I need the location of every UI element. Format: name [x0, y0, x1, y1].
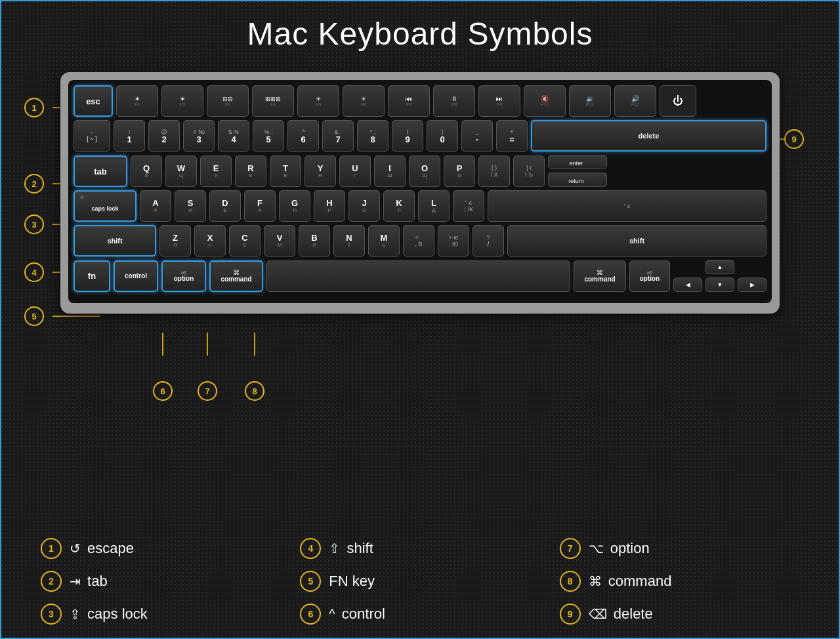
5-key[interactable]: % : 5 [253, 120, 284, 152]
svg-point-23 [245, 382, 264, 400]
f11-key[interactable]: 🔉 F11 [569, 85, 611, 117]
legend-escape-text: ↺ escape [70, 540, 134, 557]
d-key[interactable]: D В [209, 190, 241, 222]
enter-key[interactable]: enter [548, 155, 607, 169]
delete-key[interactable]: delete [531, 120, 766, 152]
f9-key[interactable]: ⏭ F9 [478, 85, 520, 117]
f8-key[interactable]: ⏸ F8 [433, 85, 475, 117]
escape-icon: ↺ [70, 541, 81, 556]
e-key[interactable]: E У [200, 155, 232, 187]
svg-point-19 [154, 382, 172, 400]
f6-key[interactable]: ☀ F6 [343, 85, 385, 117]
control-icon: ^ [329, 607, 335, 621]
command-right-key[interactable]: ⌘ command [574, 260, 626, 292]
option-right-key[interactable]: alt option [629, 260, 670, 292]
2-key[interactable]: @ 2 [148, 120, 180, 152]
x-key[interactable]: X Ч [194, 225, 226, 257]
rbracket-key[interactable]: } ї ї Ъ [513, 155, 545, 187]
svg-point-9 [25, 98, 43, 117]
u-key[interactable]: U Г [339, 155, 371, 187]
legend-fn-text: FN key [329, 573, 375, 590]
8-key[interactable]: * ; 8 [357, 120, 388, 152]
legend-option-text: ⌥ option [589, 540, 650, 557]
legend-command-text: ⌘ command [589, 573, 672, 590]
legend-badge-9: 9 [560, 604, 581, 625]
tab-key[interactable]: tab [74, 155, 127, 187]
lbracket-key[interactable]: { } І Х [478, 155, 510, 187]
l-key[interactable]: L Д [418, 190, 450, 222]
9-key[interactable]: ( 9 [392, 120, 423, 152]
p-key[interactable]: P З [444, 155, 475, 187]
semicolon-key[interactable]: " є ; Ж [453, 190, 484, 222]
minus-key[interactable]: _ - [461, 120, 493, 152]
arrow-down-key[interactable]: ▼ [705, 278, 734, 292]
caps-lock-key[interactable]: caps lock [74, 190, 136, 222]
legend-command: 8 ⌘ command [560, 571, 799, 592]
quote-key[interactable]: ' э [488, 190, 766, 222]
period-key[interactable]: > ю . Ю [438, 225, 469, 257]
j-key[interactable]: J О [348, 190, 380, 222]
command-left-key[interactable]: ⌘ command [209, 260, 263, 292]
tab-icon: ⇥ [70, 574, 81, 588]
i-key[interactable]: I Ш [374, 155, 406, 187]
svg-text:5: 5 [32, 312, 36, 321]
esc-key[interactable]: esc [74, 85, 113, 117]
return-key[interactable]: return [548, 173, 607, 187]
0-key[interactable]: ) 0 [427, 120, 458, 152]
power-key[interactable]: ⏻ [660, 85, 696, 117]
arrow-right-key[interactable]: ▶ [738, 278, 766, 292]
space-key[interactable] [266, 260, 570, 292]
option-left-key[interactable]: alt option [161, 260, 206, 292]
3-key[interactable]: # № 3 [183, 120, 215, 152]
7-key[interactable]: & . 7 [322, 120, 354, 152]
shift-left-key[interactable]: shift [74, 225, 156, 257]
f-key[interactable]: F А [244, 190, 276, 222]
b-key[interactable]: B И [299, 225, 330, 257]
svg-text:6: 6 [160, 386, 165, 396]
legend-badge-5: 5 [300, 571, 321, 592]
arrow-up-key[interactable]: ▲ [705, 260, 734, 274]
legend-option: 7 ⌥ option [560, 538, 799, 559]
shift-right-key[interactable]: shift [507, 225, 766, 257]
f3-key[interactable]: ⊟⊟ F3 [207, 85, 249, 117]
n-key[interactable]: N Т [333, 225, 365, 257]
equals-key[interactable]: + = [496, 120, 528, 152]
t-key[interactable]: T Е [270, 155, 301, 187]
backtick-key[interactable]: ~ [ ~ ] [74, 120, 110, 152]
m-key[interactable]: M Ь [368, 225, 400, 257]
s-key[interactable]: S И [175, 190, 206, 222]
f4-key[interactable]: ⊞⊞⊞ F4 [252, 85, 294, 117]
w-key[interactable]: W Ц [165, 155, 197, 187]
y-key[interactable]: Y Н [304, 155, 336, 187]
4-key[interactable]: $ % 4 [218, 120, 249, 152]
z-key[interactable]: Z Я [159, 225, 191, 257]
fn-key[interactable]: fn [74, 260, 110, 292]
v-key[interactable]: V М [264, 225, 295, 257]
f5-key[interactable]: ☀ F5 [297, 85, 339, 117]
arrow-left-key[interactable]: ◀ [673, 278, 702, 292]
svg-text:7: 7 [205, 386, 209, 396]
slash-key[interactable]: ? / [472, 225, 504, 257]
f2-key[interactable]: ✶ F2 [161, 85, 203, 117]
f1-key[interactable]: ✶ F1 [116, 85, 158, 117]
o-key[interactable]: O Щ [409, 155, 440, 187]
c-key[interactable]: C С [229, 225, 261, 257]
f12-key[interactable]: 🔊 F12 [614, 85, 656, 117]
g-key[interactable]: G П [279, 190, 310, 222]
a-key[interactable]: A Ф [140, 190, 171, 222]
f10-key[interactable]: 🔇 F10 [524, 85, 566, 117]
legend-badge-6: 6 [300, 604, 321, 625]
legend-badge-7: 7 [560, 538, 581, 559]
r-key[interactable]: R К [235, 155, 266, 187]
6-key[interactable]: ^ 6 [287, 120, 319, 152]
shift-icon: ⇧ [329, 541, 340, 556]
k-key[interactable]: K Л [383, 190, 415, 222]
command-icon: ⌘ [589, 574, 602, 588]
1-key[interactable]: ! 1 [114, 120, 145, 152]
f7-key[interactable]: ⏮ F7 [388, 85, 430, 117]
h-key[interactable]: H Р [314, 190, 345, 222]
q-key[interactable]: Q Й [131, 155, 162, 187]
control-key[interactable]: control [114, 260, 158, 292]
comma-key[interactable]: < . , Б [403, 225, 434, 257]
legend-fn: 5 FN key [300, 571, 539, 592]
